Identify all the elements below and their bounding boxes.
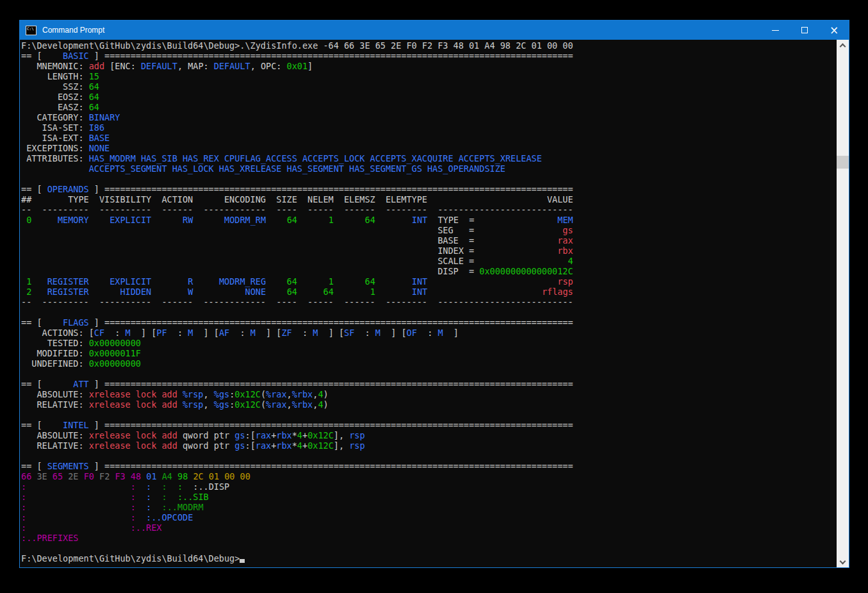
terminal-line: == [ ATT ] =============================… <box>21 379 836 389</box>
command-prompt-window: C:\ Command Prompt × F:\Development\GitH… <box>19 20 849 568</box>
scrollbar-down-button[interactable] <box>837 556 849 567</box>
close-icon: × <box>830 25 839 36</box>
terminal-line: ISA-SET: I86 <box>21 122 836 133</box>
caption-buttons: × <box>760 21 849 40</box>
maximize-icon <box>801 27 808 33</box>
terminal-line: INDEX = rbx <box>21 246 836 256</box>
terminal-line <box>21 174 836 184</box>
scrollbar-track[interactable] <box>837 40 849 567</box>
minimize-icon <box>772 30 779 31</box>
cmd-icon: C:\ <box>26 26 37 35</box>
chevron-down-icon <box>840 558 846 564</box>
terminal-line <box>21 451 836 461</box>
terminal-line: ATTRIBUTES: HAS_MODRM HAS_SIB HAS_REX CP… <box>21 153 836 163</box>
terminal-line: ## TYPE VISIBILITY ACTION ENCODING SIZE … <box>21 194 836 205</box>
terminal-line: DISP = 0x000000000000012C <box>21 266 836 276</box>
close-button[interactable]: × <box>819 21 849 40</box>
terminal-line: MNEMONIC: add [ENC: DEFAULT, MAP: DEFAUL… <box>21 61 836 71</box>
terminal-line: RELATIVE: xrelease lock add qword ptr gs… <box>21 440 836 451</box>
terminal-output[interactable]: F:\Development\GitHub\zydis\Build64\Debu… <box>21 40 836 567</box>
scrollbar-thumb[interactable] <box>837 156 849 169</box>
terminal-line: : : :..OPCODE <box>21 512 836 522</box>
terminal-line: 2 REGISTER HIDDEN W NONE 64 64 1 INT rfl… <box>21 287 836 297</box>
terminal-line: EASZ: 64 <box>21 102 836 112</box>
terminal-line: ABSOLUTE: xrelease lock add %rsp, %gs:0x… <box>21 389 836 399</box>
terminal-line: : : : :..MODRM <box>21 502 836 512</box>
window-title: Command Prompt <box>42 26 104 35</box>
terminal-line: -- --------- ---------- ------ ---------… <box>21 297 836 307</box>
terminal-line: 0 MEMORY EXPLICIT RW MODRM_RM 64 1 64 IN… <box>21 215 836 225</box>
minimize-button[interactable] <box>760 21 790 40</box>
terminal-line: ISA-EXT: BASE <box>21 133 836 143</box>
terminal-line: == [ BASIC ] ===========================… <box>21 51 836 61</box>
terminal-line: : : : : :..SIB <box>21 492 836 502</box>
terminal-line: == [ INTEL ] ===========================… <box>21 420 836 430</box>
terminal-line: MODIFIED: 0x0000011F <box>21 348 836 358</box>
terminal-line: : : : : : :..DISP <box>21 481 836 492</box>
terminal-line: ACCEPTS_SEGMENT HAS_LOCK HAS_XRELEASE HA… <box>21 163 836 174</box>
terminal-line: F:\Development\GitHub\zydis\Build64\Debu… <box>21 40 836 51</box>
scrollbar-up-button[interactable] <box>837 40 849 51</box>
terminal-line: CATEGORY: BINARY <box>21 112 836 122</box>
terminal-line: SCALE = 4 <box>21 256 836 266</box>
terminal-line <box>21 410 836 420</box>
terminal-line <box>21 369 836 379</box>
terminal-line: EXCEPTIONS: NONE <box>21 143 836 153</box>
terminal-line: F:\Development\GitHub\zydis\Build64\Debu… <box>21 553 836 564</box>
terminal-line: == [ SEGMENTS ] ========================… <box>21 461 836 471</box>
terminal-line: == [ OPERANDS ] ========================… <box>21 184 836 194</box>
terminal-line <box>21 543 836 553</box>
terminal-line: -- --------- ---------- ------ ---------… <box>21 205 836 215</box>
terminal-line: ACTIONS: [CF : M ] [PF : M ] [AF : M ] [… <box>21 328 836 338</box>
cmd-icon-text: C:\ <box>26 26 36 31</box>
terminal-line <box>21 307 836 317</box>
terminal-line: TESTED: 0x00000000 <box>21 338 836 348</box>
terminal-line: LENGTH: 15 <box>21 71 836 81</box>
terminal-line: RELATIVE: xrelease lock add %rsp, %gs:0x… <box>21 399 836 410</box>
prompt-cursor <box>240 555 245 563</box>
terminal-line: 1 REGISTER EXPLICIT R MODRM_REG 64 1 64 … <box>21 276 836 287</box>
terminal-line: : :..REX <box>21 522 836 533</box>
terminal-line: 66 3E 65 2E F0 F2 F3 48 01 A4 98 2C 01 0… <box>21 471 836 481</box>
title-bar[interactable]: C:\ Command Prompt × <box>20 21 849 40</box>
maximize-button[interactable] <box>790 21 819 40</box>
terminal-line: SSZ: 64 <box>21 81 836 92</box>
terminal-line: ABSOLUTE: xrelease lock add qword ptr gs… <box>21 430 836 440</box>
chevron-up-icon <box>840 43 846 49</box>
console-content: F:\Development\GitHub\zydis\Build64\Debu… <box>20 40 849 567</box>
terminal-line: SEG = gs <box>21 225 836 235</box>
terminal-line: :..PREFIXES <box>21 533 836 543</box>
terminal-line: == [ FLAGS ] ===========================… <box>21 317 836 328</box>
terminal-line: BASE = rax <box>21 235 836 246</box>
terminal-line: UNDEFINED: 0x00000000 <box>21 358 836 369</box>
terminal-line: EOSZ: 64 <box>21 92 836 102</box>
